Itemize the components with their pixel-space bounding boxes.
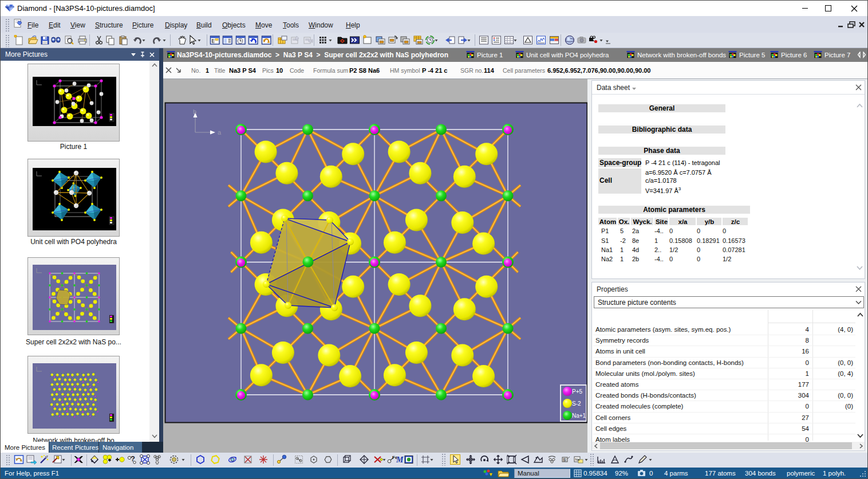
svg-text:P+5: P+5 [572, 388, 583, 395]
svg-text:Na+1: Na+1 [572, 413, 586, 419]
svg-text:S: S [563, 458, 566, 462]
svg-text:Na: Na [575, 458, 579, 461]
svg-text:S-2: S-2 [572, 401, 581, 407]
svg-text:b: b [193, 108, 196, 115]
svg-text:M: M [396, 456, 404, 464]
svg-text:a: a [218, 129, 222, 136]
